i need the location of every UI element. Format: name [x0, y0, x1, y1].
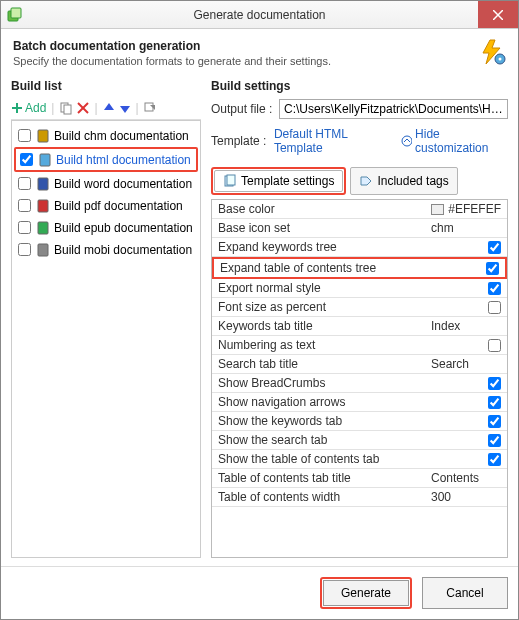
- settings-row[interactable]: Show the table of contents tab: [212, 450, 507, 469]
- external-icon[interactable]: [144, 102, 156, 114]
- close-button[interactable]: [478, 1, 518, 28]
- add-button-label: Add: [25, 101, 46, 115]
- setting-checkbox[interactable]: [486, 262, 499, 275]
- setting-name: Show the table of contents tab: [218, 452, 431, 466]
- settings-grid: Base color#EFEFEFBase icon setchmExpand …: [211, 199, 508, 558]
- tab-included-tags-label: Included tags: [377, 174, 448, 188]
- setting-checkbox[interactable]: [488, 434, 501, 447]
- color-swatch[interactable]: [431, 204, 444, 215]
- svg-rect-10: [64, 105, 71, 114]
- hide-customization-label: Hide customization: [415, 127, 508, 155]
- header-subtitle: Specify the documentation formats to gen…: [13, 55, 331, 67]
- list-item-label: Build pdf documentation: [54, 199, 183, 213]
- setting-checkbox[interactable]: [488, 301, 501, 314]
- build-list: Build chm documentationBuild html docume…: [11, 120, 201, 558]
- tab-template-settings[interactable]: Template settings: [214, 170, 343, 192]
- doc-type-icon: [35, 220, 50, 235]
- header-title: Batch documentation generation: [13, 39, 331, 53]
- add-button[interactable]: Add: [11, 101, 46, 115]
- svg-rect-17: [38, 130, 48, 142]
- setting-value: Contents: [431, 471, 501, 485]
- list-item[interactable]: Build chm documentation: [14, 125, 198, 146]
- setting-checkbox[interactable]: [488, 282, 501, 295]
- app-icon: [7, 7, 23, 23]
- svg-marker-13: [104, 103, 114, 110]
- hide-customization-link[interactable]: Hide customization: [401, 127, 508, 155]
- build-list-title: Build list: [11, 79, 201, 93]
- list-item-label: Build word documentation: [54, 177, 192, 191]
- settings-row[interactable]: Base color#EFEFEF: [212, 200, 507, 219]
- setting-name: Base color: [218, 202, 431, 216]
- settings-row[interactable]: Show navigation arrows: [212, 393, 507, 412]
- cancel-button[interactable]: Cancel: [422, 577, 508, 609]
- settings-row[interactable]: Table of contents width300: [212, 488, 507, 507]
- list-item-checkbox[interactable]: [20, 153, 33, 166]
- svg-rect-18: [40, 154, 50, 166]
- settings-row[interactable]: Font size as percent: [212, 298, 507, 317]
- move-up-button[interactable]: [103, 102, 115, 114]
- doc-type-icon: [35, 198, 50, 213]
- settings-row[interactable]: Table of contents tab titleContents: [212, 469, 507, 488]
- setting-value: #EFEFEF: [448, 202, 501, 216]
- move-down-button[interactable]: [119, 102, 131, 114]
- list-item-checkbox[interactable]: [18, 243, 31, 256]
- list-item[interactable]: Build epub documentation: [14, 217, 198, 238]
- settings-row[interactable]: Expand keywords tree: [212, 238, 507, 257]
- list-item-checkbox[interactable]: [18, 199, 31, 212]
- tags-icon: [359, 174, 373, 188]
- setting-value: Index: [431, 319, 501, 333]
- setting-checkbox[interactable]: [488, 396, 501, 409]
- output-file-label: Output file :: [211, 102, 273, 116]
- svg-point-23: [402, 136, 412, 146]
- settings-row[interactable]: Show the search tab: [212, 431, 507, 450]
- doc-type-icon: [37, 152, 52, 167]
- setting-checkbox[interactable]: [488, 339, 501, 352]
- title-bar: Generate documentation: [1, 1, 518, 29]
- generate-button[interactable]: Generate: [323, 580, 409, 606]
- svg-rect-1: [11, 8, 21, 18]
- template-label: Template :: [211, 134, 268, 148]
- setting-name: Search tab title: [218, 357, 431, 371]
- settings-row[interactable]: Search tab titleSearch: [212, 355, 507, 374]
- setting-checkbox[interactable]: [488, 415, 501, 428]
- list-item[interactable]: Build pdf documentation: [14, 195, 198, 216]
- settings-row[interactable]: Show BreadCrumbs: [212, 374, 507, 393]
- setting-name: Table of contents width: [218, 490, 431, 504]
- setting-checkbox[interactable]: [488, 241, 501, 254]
- settings-row[interactable]: Expand table of contents tree: [212, 257, 507, 279]
- setting-name: Export normal style: [218, 281, 431, 295]
- setting-checkbox[interactable]: [488, 453, 501, 466]
- setting-name: Expand table of contents tree: [220, 261, 429, 275]
- setting-checkbox[interactable]: [488, 377, 501, 390]
- settings-row[interactable]: Export normal style: [212, 279, 507, 298]
- svg-point-6: [499, 58, 502, 61]
- list-item-checkbox[interactable]: [18, 177, 31, 190]
- template-icon: [223, 174, 237, 188]
- copy-icon[interactable]: [59, 101, 73, 115]
- list-item[interactable]: Build mobi documentation: [14, 239, 198, 260]
- header: Batch documentation generation Specify t…: [1, 29, 518, 75]
- build-list-toolbar: Add | | |: [11, 99, 201, 120]
- list-item-checkbox[interactable]: [18, 221, 31, 234]
- setting-value: Search: [431, 357, 501, 371]
- doc-type-icon: [35, 242, 50, 257]
- list-item[interactable]: Build html documentation: [14, 147, 198, 172]
- collapse-icon: [401, 135, 412, 147]
- svg-rect-8: [12, 107, 22, 109]
- setting-name: Expand keywords tree: [218, 240, 431, 254]
- output-file-input[interactable]: C:\Users\KellyFitzpatrick\Documents\Help…: [279, 99, 508, 119]
- svg-rect-15: [145, 103, 153, 111]
- settings-row[interactable]: Numbering as text: [212, 336, 507, 355]
- list-item-label: Build mobi documentation: [54, 243, 192, 257]
- list-item-checkbox[interactable]: [18, 129, 31, 142]
- list-item[interactable]: Build word documentation: [14, 173, 198, 194]
- list-item-label: Build chm documentation: [54, 129, 189, 143]
- setting-name: Show the search tab: [218, 433, 431, 447]
- delete-icon[interactable]: [77, 102, 89, 114]
- settings-row[interactable]: Base icon setchm: [212, 219, 507, 238]
- settings-row[interactable]: Keywords tab titleIndex: [212, 317, 507, 336]
- tab-included-tags[interactable]: Included tags: [350, 167, 457, 195]
- svg-rect-19: [38, 178, 48, 190]
- template-link[interactable]: Default HTML Template: [274, 127, 389, 155]
- settings-row[interactable]: Show the keywords tab: [212, 412, 507, 431]
